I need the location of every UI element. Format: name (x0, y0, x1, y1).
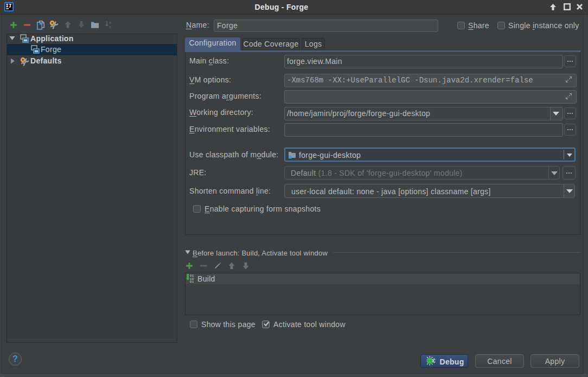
svg-text:z: z (109, 25, 111, 29)
svg-text:01: 01 (190, 280, 194, 283)
svg-text:a: a (109, 21, 111, 24)
